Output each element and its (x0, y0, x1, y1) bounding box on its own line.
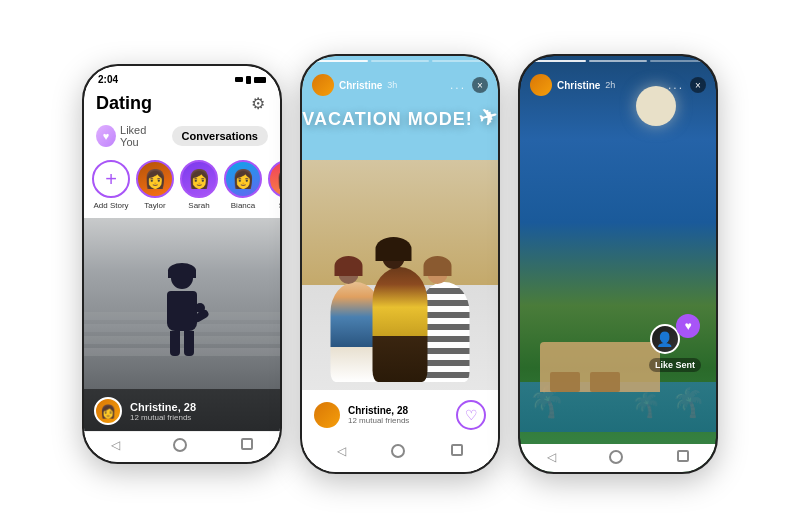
dating-app: 2:04 Dating ⚙ ♥ (84, 66, 280, 462)
phone-3: 🌴 🌴 🌴 👤 (518, 54, 718, 474)
profile-mini-avatar: 👩 (94, 397, 122, 425)
tab-liked-you[interactable]: ♥ Liked You (96, 124, 164, 148)
story-user-name-2: Christine (339, 80, 382, 91)
progress-3-3 (650, 60, 708, 62)
nav-bar-1: ◁ (84, 431, 280, 462)
resort-window-1 (550, 372, 580, 392)
profile-silhouette (167, 267, 197, 356)
like-sent-label: Like Sent (649, 358, 701, 372)
story-progress-2 (310, 60, 490, 62)
progress-2 (371, 60, 429, 62)
plane-emoji: ✈ (476, 104, 498, 132)
status-time-1: 2:04 (98, 74, 118, 85)
story-taylor[interactable]: 👩 Taylor (136, 160, 174, 210)
liked-you-label: Liked You (120, 124, 164, 148)
profile-card[interactable]: 👩 Christine, 28 12 mutual friends (84, 218, 280, 431)
story-bottom-card-2: Christine, 28 12 mutual friends ♡ ◁ (302, 390, 498, 472)
back-button-1[interactable]: ◁ (111, 438, 120, 452)
gear-icon[interactable]: ⚙ (248, 94, 268, 114)
person-2 (373, 267, 428, 382)
silhouette-hair (168, 263, 196, 278)
story-controls-2: ... × (450, 77, 488, 93)
profile-sub: 12 mutual friends (130, 413, 196, 422)
silhouette-leg-left (170, 331, 180, 356)
story-profile-row-2: Christine, 28 12 mutual friends (314, 402, 456, 428)
resort-window-2 (590, 372, 620, 392)
progress-3-1 (528, 60, 586, 62)
story-profile-name-2: Christine, 28 (348, 405, 456, 416)
recent-button-2[interactable] (451, 444, 463, 456)
home-button-2[interactable] (391, 444, 405, 458)
recent-button-3[interactable] (677, 450, 689, 462)
progress-3 (432, 60, 490, 62)
taylor-avatar: 👩 (136, 160, 174, 198)
like-sent-container: 👤 ♥ Like Sent (649, 314, 701, 372)
sp-avatar: 👩 (268, 160, 280, 198)
story-time-3: 2h (605, 80, 615, 90)
liked-avatar: ♥ (96, 125, 116, 147)
dating-header: Dating ⚙ (84, 89, 280, 120)
back-button-3[interactable]: ◁ (547, 450, 556, 464)
vacation-text-overlay: VACATION MODE! ✈ (302, 106, 498, 130)
like-heart-icon: ♥ (676, 314, 700, 338)
close-button-2[interactable]: × (472, 77, 488, 93)
signal-icon (235, 77, 243, 82)
wifi-icon (246, 76, 251, 84)
story-sp[interactable]: 👩 Sp... (268, 160, 280, 210)
phones-container: 2:04 Dating ⚙ ♥ (62, 44, 738, 484)
vacation-label: VACATION MODE! (302, 109, 472, 129)
phone-2-screen: Christine 3h ... × VACATION MODE! ✈ (302, 56, 498, 472)
battery-icon (254, 77, 266, 83)
profile-text-area: Christine, 28 12 mutual friends (130, 401, 196, 422)
silhouette-head (171, 267, 193, 289)
add-story-label: Add Story (93, 201, 128, 210)
heart-like-button-2[interactable]: ♡ (456, 400, 486, 430)
home-button-3[interactable] (609, 450, 623, 464)
add-story-item[interactable]: + Add Story (92, 160, 130, 210)
app-title: Dating (96, 93, 152, 114)
story-progress-3 (528, 60, 708, 62)
story-controls-3: ... × (668, 77, 706, 93)
story-user-avatar-2 (312, 74, 334, 96)
vacation-text: VACATION MODE! ✈ (302, 106, 498, 130)
more-dots-3[interactable]: ... (668, 78, 684, 92)
story-profile-sub-2: 12 mutual friends (348, 416, 456, 425)
bianca-avatar: 👩 (224, 160, 262, 198)
sp-label: Sp... (279, 201, 280, 210)
story-nav-2: ◁ (314, 438, 486, 464)
progress-3-2 (589, 60, 647, 62)
phone-2: Christine 3h ... × VACATION MODE! ✈ (300, 54, 500, 474)
story-profile-text-2: Christine, 28 12 mutual friends (348, 405, 456, 425)
sarah-avatar: 👩 (180, 160, 218, 198)
story-user-avatar-3 (530, 74, 552, 96)
people-group (331, 267, 470, 382)
story-header-2: Christine 3h ... × (302, 66, 498, 104)
story-sarah[interactable]: 👩 Sarah (180, 160, 218, 210)
story-header-3: Christine 2h ... × (520, 66, 716, 104)
story-bianca[interactable]: 👩 Bianca (224, 160, 262, 210)
sarah-label: Sarah (188, 201, 209, 210)
home-button-1[interactable] (173, 438, 187, 452)
taylor-label: Taylor (144, 201, 165, 210)
silhouette-legs (167, 331, 197, 356)
stories-row: + Add Story 👩 Taylor 👩 Sarah (84, 156, 280, 218)
tab-row: ♥ Liked You Conversations (84, 120, 280, 156)
back-button-2[interactable]: ◁ (337, 444, 346, 458)
silhouette-leg-right (184, 331, 194, 356)
story-bottom-row-2: Christine, 28 12 mutual friends ♡ (314, 400, 486, 430)
story-user-name-3: Christine (557, 80, 600, 91)
profile-info-bar: 👩 Christine, 28 12 mutual friends (84, 389, 280, 431)
add-story-button[interactable]: + (92, 160, 130, 198)
more-dots-2[interactable]: ... (450, 78, 466, 92)
progress-1 (310, 60, 368, 62)
phone-3-screen: 🌴 🌴 🌴 👤 (520, 56, 716, 472)
status-bar-1: 2:04 (84, 66, 280, 89)
story-user-info-2: Christine 3h (312, 74, 397, 96)
story-user-info-3: Christine 2h (530, 74, 615, 96)
close-button-3[interactable]: × (690, 77, 706, 93)
recent-button-1[interactable] (241, 438, 253, 450)
silhouette-body (167, 291, 197, 331)
silhouette-hand (195, 303, 205, 313)
story-screen-2: Christine 3h ... × VACATION MODE! ✈ (302, 56, 498, 472)
tab-conversations[interactable]: Conversations (172, 126, 268, 146)
